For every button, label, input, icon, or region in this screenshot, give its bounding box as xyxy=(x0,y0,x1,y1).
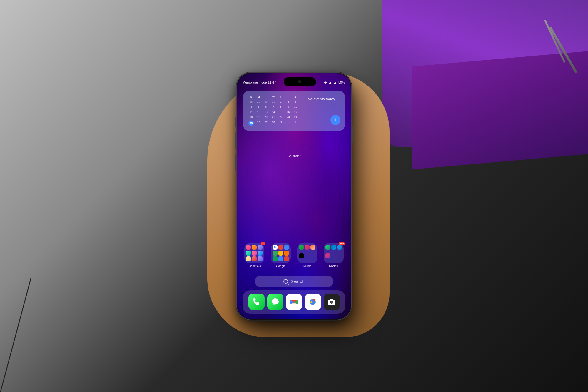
cal-cell: 5 xyxy=(255,104,262,109)
cal-cell: 20 xyxy=(263,115,270,120)
cal-cell: 29 xyxy=(255,99,262,104)
cal-cell: 15 xyxy=(277,110,284,115)
dock-app-chrome[interactable] xyxy=(305,294,321,310)
desk-surface xyxy=(412,51,588,169)
cal-cell: 16 xyxy=(285,110,292,115)
status-bar: Aeroplane mode 11:47 ⊕ ▲ ▲ 50% xyxy=(237,73,351,88)
folder-essentials-label: Essentials xyxy=(248,264,261,268)
folder-app xyxy=(246,256,251,261)
day-s2: S xyxy=(292,95,299,98)
cal-cell: 4 xyxy=(248,104,255,109)
cal-cell: 27 xyxy=(263,120,270,126)
essentials-badge: 1 xyxy=(261,242,265,245)
cal-cell: 2 xyxy=(292,120,299,126)
cal-cell: 22 xyxy=(277,115,284,120)
cal-cell: 31 xyxy=(270,99,277,104)
folder-music[interactable]: Music xyxy=(296,243,318,268)
folder-google-label: Google xyxy=(276,264,285,268)
phone-icon xyxy=(252,297,261,307)
folder-app xyxy=(252,251,257,256)
volume-up-button[interactable] xyxy=(235,131,237,149)
cal-cell-today[interactable]: 25 xyxy=(248,120,255,126)
phone-frame: Aeroplane mode 11:47 ⊕ ▲ ▲ 50% S M xyxy=(237,73,351,320)
dock: M xyxy=(243,290,345,314)
folder-socials[interactable]: 99+ Socials xyxy=(323,243,345,268)
phone-screen: Aeroplane mode 11:47 ⊕ ▲ ▲ 50% S M xyxy=(237,73,351,319)
cal-cell: 24 xyxy=(292,115,299,120)
cal-cell: 19 xyxy=(255,115,262,120)
folder-app xyxy=(325,253,330,258)
cal-cell: 18 xyxy=(248,115,255,120)
cal-cell: 30 xyxy=(263,99,270,104)
cal-cell: 2 xyxy=(285,99,292,104)
calendar-widget-label: Calendar xyxy=(237,154,351,158)
search-icon xyxy=(283,279,288,284)
folder-google[interactable]: G Google xyxy=(270,243,292,268)
dock-app-phone[interactable] xyxy=(248,294,265,310)
cal-cell: 29 xyxy=(277,120,284,126)
dock-app-messages[interactable] xyxy=(267,294,283,310)
cal-cell: 14 xyxy=(270,110,277,115)
power-button[interactable] xyxy=(351,126,353,143)
chrome-icon xyxy=(308,297,318,307)
folder-app xyxy=(278,251,283,256)
cal-cell: 12 xyxy=(255,110,262,115)
no-events-text: No events today xyxy=(308,97,335,101)
cal-cell: 26 xyxy=(255,120,262,126)
search-label: Search xyxy=(290,279,305,284)
folder-app xyxy=(258,251,263,256)
folder-essentials[interactable]: 1 Essentials xyxy=(243,243,265,268)
app-grid: 1 Essentials xyxy=(243,243,345,268)
mute-button[interactable] xyxy=(235,117,237,127)
folder-app xyxy=(278,245,283,250)
folder-socials-icon[interactable]: 99+ xyxy=(324,243,344,263)
folder-google-icon[interactable]: G xyxy=(271,243,291,263)
folder-app xyxy=(252,256,257,261)
camera-dot xyxy=(298,80,301,83)
gmail-icon: M xyxy=(289,297,299,307)
folder-music-icon[interactable] xyxy=(297,243,317,263)
folder-app xyxy=(325,245,330,250)
folder-app xyxy=(284,251,289,256)
cal-cell: 1 xyxy=(277,99,284,104)
calendar-add-button[interactable]: + xyxy=(330,115,340,125)
folder-music-label: Music xyxy=(303,264,311,268)
calendar-grid: 28 29 30 31 1 2 3 4 5 6 7 8 9 1 xyxy=(248,99,299,126)
folder-app xyxy=(278,256,283,261)
dock-app-camera[interactable] xyxy=(324,294,340,310)
folder-app xyxy=(273,251,278,256)
cal-cell: 23 xyxy=(285,115,292,120)
cal-cell: 3 xyxy=(292,99,299,104)
dynamic-island xyxy=(284,77,316,86)
calendar-widget[interactable]: S M T W T F S 28 29 30 31 1 xyxy=(243,91,345,131)
calendar-events-section: No events today + xyxy=(302,95,340,126)
search-bar[interactable]: Search xyxy=(255,276,333,287)
cal-cell: 21 xyxy=(270,115,277,120)
folder-app xyxy=(299,245,304,250)
socials-badge: 99+ xyxy=(339,242,345,245)
wifi-icon: ▲ xyxy=(333,80,337,84)
folder-app xyxy=(273,256,278,261)
cal-cell: 8 xyxy=(277,104,284,109)
folder-app xyxy=(331,245,336,250)
folder-essentials-icon[interactable]: 1 xyxy=(244,243,264,263)
folder-app xyxy=(310,245,315,250)
folder-app xyxy=(246,251,251,256)
network-icon: ▲ xyxy=(328,80,332,84)
day-f: F xyxy=(285,95,292,98)
volume-down-button[interactable] xyxy=(235,154,237,171)
phone-container: Aeroplane mode 11:47 ⊕ ▲ ▲ 50% S M xyxy=(237,73,351,320)
folder-app xyxy=(284,256,289,261)
dock-app-gmail[interactable]: M xyxy=(286,294,302,310)
day-s1: S xyxy=(248,95,255,98)
folder-app: G xyxy=(273,245,278,250)
folder-app xyxy=(258,245,263,250)
folder-app xyxy=(299,253,304,258)
status-right: ⊕ ▲ ▲ 50% xyxy=(324,80,345,84)
calendar-days-header: S M T W T F S xyxy=(248,95,299,98)
folder-socials-label: Socials xyxy=(329,264,338,268)
battery-level: 50% xyxy=(338,81,345,84)
svg-text:M: M xyxy=(293,300,295,304)
messages-icon xyxy=(270,297,280,307)
cal-cell: 10 xyxy=(292,104,299,109)
